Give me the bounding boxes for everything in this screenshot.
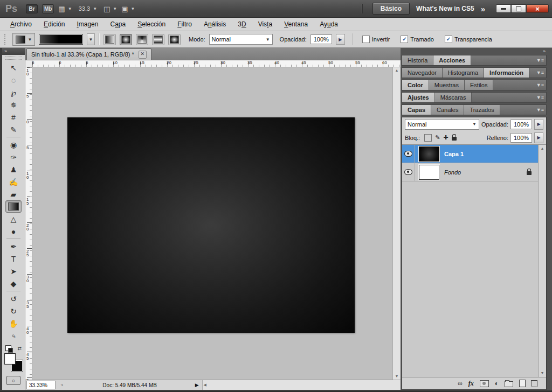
3d-roll-tool[interactable]: ↻ xyxy=(5,305,22,317)
menu-3d[interactable]: 3D xyxy=(232,19,252,30)
document-close-icon[interactable]: ✕ xyxy=(139,51,147,59)
panel-menu-icon[interactable]: ▼≡ xyxy=(534,93,546,102)
panel-tab-canales[interactable]: Canales xyxy=(431,105,464,115)
menu-filtro[interactable]: Filtro xyxy=(171,19,198,30)
red-eye-tool[interactable]: ◉ xyxy=(5,138,22,151)
eraser-tool[interactable]: ▰ xyxy=(5,188,22,200)
workspace-whats-new-button[interactable]: What's New in CS5 xyxy=(416,5,474,12)
layer-visibility-cell[interactable] xyxy=(402,145,415,163)
checkbox-invertir[interactable]: Invertir xyxy=(362,36,390,43)
tools-panel-header[interactable]: » xyxy=(2,48,25,55)
scroll-left-icon[interactable]: ◀ xyxy=(204,382,206,388)
pen-tool[interactable]: ✒ xyxy=(5,240,22,253)
minimize-button[interactable] xyxy=(496,4,511,13)
lock-all-icon[interactable] xyxy=(452,137,457,141)
panel-tab-estilos[interactable]: Estilos xyxy=(465,80,493,90)
new-layer-icon[interactable] xyxy=(519,380,526,387)
drag-grip[interactable] xyxy=(4,34,8,45)
restore-button[interactable] xyxy=(511,4,526,13)
tool-preset-picker[interactable]: ▼ xyxy=(12,33,35,46)
blend-mode-select[interactable]: Normal ▼ xyxy=(209,34,273,45)
3d-rotate-tool[interactable]: ↺ xyxy=(5,292,22,305)
layers-opacity-slider-button[interactable]: ▶ xyxy=(534,119,543,130)
layer-row-fondo[interactable]: Fondo xyxy=(402,163,538,181)
panel-tab-color[interactable]: Color xyxy=(402,80,429,90)
checkbox-transparencia[interactable]: ✓Transparencia xyxy=(445,36,492,43)
default-colors-icon[interactable] xyxy=(5,345,11,351)
swap-colors-icon[interactable]: ⇄ xyxy=(17,346,22,351)
horizontal-ruler[interactable]: 5051015202530354045505560 xyxy=(32,60,401,67)
panel-tab-muestras[interactable]: Muestras xyxy=(429,80,465,90)
shape-tool[interactable]: ◆ xyxy=(5,277,22,290)
menu-archivo[interactable]: Archivo xyxy=(4,19,38,30)
lock-transparency-icon[interactable] xyxy=(424,134,432,142)
panel-tab-navegador[interactable]: Navegador xyxy=(402,68,443,78)
radial-gradient-button[interactable] xyxy=(120,34,132,45)
quick-selection-tool[interactable]: ✵ xyxy=(5,99,22,111)
foreground-color-swatch[interactable] xyxy=(4,353,16,365)
tools-panel-grip[interactable] xyxy=(5,57,21,60)
lock-position-icon[interactable]: ✚ xyxy=(443,134,448,141)
canvas-viewport[interactable] xyxy=(32,67,392,380)
scroll-down-icon[interactable]: ▼ xyxy=(395,374,399,379)
ruler-corner[interactable] xyxy=(25,60,32,67)
elliptical-marquee-tool[interactable]: ◌ xyxy=(5,74,22,86)
horizontal-scrollbar[interactable]: ◀ xyxy=(202,380,401,390)
status-flyout-button[interactable]: ▶ xyxy=(195,382,199,388)
panel-menu-icon[interactable]: ▼≡ xyxy=(534,80,546,90)
clone-stamp-tool[interactable]: ♟ xyxy=(5,163,22,176)
scroll-up-icon[interactable]: ▲ xyxy=(541,146,544,151)
close-button[interactable]: × xyxy=(526,4,549,13)
type-tool[interactable]: T xyxy=(5,253,22,265)
gradient-editor-preview[interactable] xyxy=(39,34,83,45)
launch-mini-bridge-button[interactable]: Mb xyxy=(42,4,54,13)
menu-vista[interactable]: Vista xyxy=(252,19,278,30)
history-brush-tool[interactable]: ✍ xyxy=(5,176,22,188)
canvas-image[interactable] xyxy=(67,117,355,333)
screen-mode-button[interactable]: ▣ ▼ xyxy=(121,5,135,12)
layer-style-fx-icon[interactable]: fx xyxy=(468,380,474,387)
checkbox-tramado[interactable]: ✓Tramado xyxy=(401,36,434,43)
document-tab[interactable]: Sin título-1 al 33.3% (Capa 1, RGB/8) * … xyxy=(26,48,151,60)
workspace-overflow-chevron[interactable]: » xyxy=(481,4,485,13)
panel-tab-información[interactable]: Información xyxy=(484,68,529,78)
scroll-down-icon[interactable]: ▼ xyxy=(541,370,544,376)
menu-selección[interactable]: Selección xyxy=(132,19,171,30)
panel-menu-icon[interactable]: ▼≡ xyxy=(534,68,546,78)
layers-blend-mode-select[interactable]: Normal ▼ xyxy=(405,119,479,130)
new-group-icon[interactable] xyxy=(505,381,513,387)
menu-ayuda[interactable]: Ayuda xyxy=(314,19,344,30)
opacity-slider-button[interactable]: ▶ xyxy=(336,34,345,45)
panel-tab-ajustes[interactable]: Ajustes xyxy=(402,93,435,102)
eye-icon[interactable] xyxy=(404,151,412,157)
panel-menu-icon[interactable]: ▼≡ xyxy=(534,55,546,65)
panel-tab-historia[interactable]: Historia xyxy=(402,55,433,65)
vertical-ruler[interactable]: 1 05051 01 52 02 53 03 54 04 55 0 xyxy=(25,67,32,380)
layer-visibility-cell[interactable] xyxy=(402,163,415,181)
view-extras-button[interactable]: ▦ ▼ xyxy=(58,5,72,12)
scroll-up-icon[interactable]: ▲ xyxy=(395,68,399,73)
layers-fill-input[interactable]: 100% xyxy=(510,133,532,143)
vertical-scrollbar[interactable]: ▲ ▼ xyxy=(392,67,401,380)
status-zoom-input[interactable]: 33.33% xyxy=(26,381,56,389)
quick-mask-button[interactable]: ○ xyxy=(6,376,20,385)
move-tool[interactable]: ↖ xyxy=(5,61,22,74)
panel-tab-capas[interactable]: Capas xyxy=(402,105,431,115)
path-selection-tool[interactable]: ➤ xyxy=(5,265,22,277)
zoom-tool[interactable]: ♀ xyxy=(5,330,22,342)
link-layers-icon[interactable]: ∞ xyxy=(458,380,463,387)
linear-gradient-button[interactable] xyxy=(104,34,116,45)
eyedropper-tool[interactable]: ✎ xyxy=(5,123,22,136)
angle-gradient-button[interactable] xyxy=(136,34,148,45)
panel-tab-histograma[interactable]: Histograma xyxy=(443,68,484,78)
menu-edición[interactable]: Edición xyxy=(38,19,71,30)
arrange-documents-button[interactable]: ◫ ▼ xyxy=(104,5,117,12)
menu-análisis[interactable]: Análisis xyxy=(198,19,232,30)
panel-tab-máscaras[interactable]: Máscaras xyxy=(435,93,472,102)
workspace-basico-button[interactable]: Básico xyxy=(372,3,410,15)
burn-tool[interactable]: ● xyxy=(5,225,22,237)
menu-capa[interactable]: Capa xyxy=(104,19,132,30)
panel-tab-trazados[interactable]: Trazados xyxy=(464,105,500,115)
menu-imagen[interactable]: Imagen xyxy=(71,19,104,30)
dock-collapse-button[interactable]: » xyxy=(402,48,547,55)
